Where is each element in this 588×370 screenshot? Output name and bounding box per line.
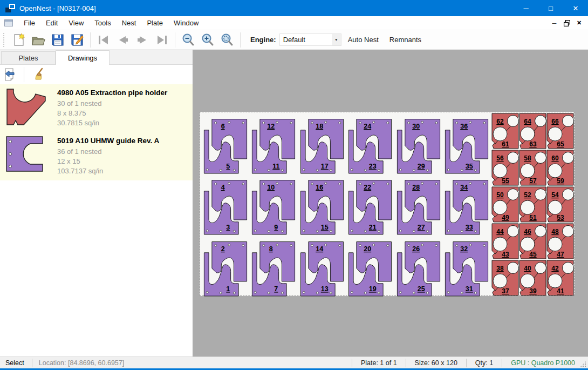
new-file-icon[interactable]	[9, 31, 29, 49]
part-number: 17	[321, 163, 329, 170]
status-bar: Select Location: [84.8696, 60.6957] Plat…	[0, 356, 588, 368]
drawing-size: 12 x 15	[57, 157, 159, 166]
nest-cell[interactable]: 109	[249, 174, 297, 235]
nest-cell[interactable]: 5655	[491, 150, 519, 186]
minimize-icon[interactable]: ─	[514, 0, 538, 16]
part-number: 57	[529, 177, 537, 185]
part-number: 42	[551, 265, 559, 272]
nest-cell[interactable]: 5251	[519, 186, 546, 223]
nest-cell[interactable]: 6059	[546, 150, 574, 186]
nest-cell[interactable]: 1413	[298, 236, 346, 297]
part-number: 9	[275, 224, 278, 232]
drawing-item[interactable]: 4980 A05 Extraction pipe holder 30 of 1 …	[0, 84, 193, 132]
nest-cell[interactable]: 5857	[519, 150, 546, 186]
nest-cell[interactable]: 4645	[519, 223, 546, 260]
part-number: 14	[316, 245, 323, 253]
part-number: 19	[369, 285, 377, 293]
part-number: 4	[221, 184, 225, 191]
part-number: 5	[226, 163, 230, 170]
nest-cell[interactable]: 87	[249, 236, 297, 297]
mdi-minimize-icon[interactable]: ─	[550, 19, 559, 27]
nest-cell[interactable]: 1615	[298, 174, 346, 235]
part-number: 46	[524, 228, 531, 236]
menu-file[interactable]: File	[18, 17, 40, 29]
nest-cell[interactable]: 3231	[442, 236, 490, 297]
chevron-down-icon[interactable]: ▾	[332, 34, 341, 45]
auto-nest-button[interactable]: Auto Nest	[344, 33, 383, 46]
drawing-nested: 36 of 1 nested	[57, 147, 159, 157]
nest-cell[interactable]: 3635	[442, 113, 490, 174]
engine-dropdown[interactable]: Default ▾	[279, 33, 341, 46]
zoom-fit-icon[interactable]	[217, 31, 237, 49]
menu-window[interactable]: Window	[168, 17, 204, 29]
part-number: 44	[496, 228, 504, 236]
menu-tools[interactable]: Tools	[89, 17, 116, 29]
menu-nest[interactable]: Nest	[117, 17, 142, 29]
mdi-system-icon[interactable]	[4, 19, 13, 26]
previous-plate-icon[interactable]	[113, 31, 133, 49]
mdi-restore-icon[interactable]	[562, 19, 571, 27]
nest-cell[interactable]: 21	[201, 236, 249, 297]
save-icon[interactable]	[48, 31, 67, 49]
open-file-icon[interactable]	[29, 31, 48, 49]
drawing-title: 4980 A05 Extraction pipe holder	[57, 89, 167, 97]
plate[interactable]: 6512111817242330293635431091615222128273…	[200, 112, 575, 296]
nest-cell[interactable]: 1817	[298, 113, 346, 174]
part-number: 29	[417, 163, 425, 170]
part-number: 55	[502, 177, 509, 185]
mdi-close-icon[interactable]: ✕	[575, 19, 584, 27]
nest-cell[interactable]: 6261	[491, 113, 519, 150]
zoom-in-icon[interactable]	[198, 31, 217, 49]
nest-cell[interactable]: 5453	[546, 186, 574, 223]
nest-cell[interactable]: 6463	[519, 113, 546, 150]
nest-cell[interactable]: 6665	[546, 113, 574, 150]
import-drawing-icon[interactable]	[0, 66, 19, 83]
nest-cell[interactable]: 2221	[346, 174, 394, 235]
menu-view[interactable]: View	[63, 17, 89, 29]
nest-canvas[interactable]: 6512111817242330293635431091615222128273…	[193, 50, 588, 356]
nest-cell[interactable]: 4847	[546, 223, 574, 260]
side-panel: Plates Drawings	[0, 50, 193, 356]
nest-cell[interactable]: 2827	[394, 174, 442, 235]
clear-drawings-icon[interactable]	[29, 66, 48, 83]
nest-cell[interactable]: 2423	[346, 113, 394, 174]
part-number: 59	[557, 177, 564, 185]
nest-cell[interactable]: 43	[201, 174, 249, 235]
first-plate-icon[interactable]	[94, 31, 113, 49]
tab-drawings[interactable]: Drawings	[56, 50, 110, 65]
nest-cell[interactable]: 3029	[394, 113, 442, 174]
nest-cell[interactable]: 65	[201, 113, 249, 174]
maximize-icon[interactable]: □	[538, 0, 563, 16]
nest-cell[interactable]: 2019	[346, 236, 394, 297]
menu-edit[interactable]: Edit	[40, 17, 63, 29]
remnants-button[interactable]: Remnants	[385, 33, 426, 46]
status-mode: Select	[0, 359, 32, 367]
close-icon[interactable]: ✕	[563, 0, 588, 16]
part-number: 1	[226, 285, 230, 293]
part-number: 3	[226, 224, 230, 232]
save-as-icon[interactable]	[67, 31, 87, 49]
part-number: 25	[417, 285, 425, 293]
part-number: 53	[557, 214, 564, 221]
part-number: 45	[529, 251, 537, 258]
zoom-out-icon[interactable]	[179, 31, 198, 49]
nest-cell[interactable]: 4039	[519, 260, 546, 297]
menu-plate[interactable]: Plate	[141, 17, 168, 29]
part-number: 28	[412, 184, 420, 191]
app-window: OpenNest - [N0317-004] ─ □ ✕ File Edit V…	[0, 0, 588, 370]
drawing-title: 5019 A10 UHMW guide Rev. A	[57, 137, 159, 145]
status-qty: Qty: 1	[467, 357, 502, 368]
nest-cell[interactable]: 1211	[249, 113, 297, 174]
nest-cell[interactable]: 5049	[491, 186, 519, 223]
nest-cell[interactable]: 4241	[546, 260, 574, 297]
drawing-item[interactable]: 5019 A10 UHMW guide Rev. A 36 of 1 neste…	[0, 132, 193, 180]
tab-plates[interactable]: Plates	[1, 51, 56, 65]
nest-cell[interactable]: 3837	[491, 260, 519, 297]
nest-cell[interactable]: 2625	[394, 236, 442, 297]
last-plate-icon[interactable]	[152, 31, 172, 49]
toolbar-grip[interactable]	[3, 33, 6, 47]
nest-cell[interactable]: 3433	[442, 174, 490, 235]
nest-cell[interactable]: 4443	[491, 223, 519, 260]
next-plate-icon[interactable]	[133, 31, 152, 49]
part-number: 24	[364, 123, 371, 130]
